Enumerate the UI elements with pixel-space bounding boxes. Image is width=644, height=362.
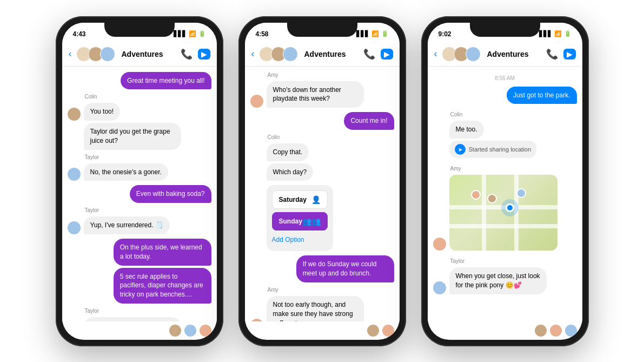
sender-label: Taylor bbox=[85, 207, 211, 213]
bubble: Taylor did you get the grape juice out? bbox=[84, 123, 182, 150]
msg-row: No, the onesie's a goner. bbox=[68, 163, 211, 181]
poll-votes-icons: 👥👥 bbox=[302, 217, 321, 226]
status-icons-2: ▋▋▋📶🔋 bbox=[356, 30, 389, 37]
msg-row: ➤ Started sharing location bbox=[433, 141, 577, 158]
bubble: Great time meeting you all! bbox=[121, 72, 211, 90]
msg-avatar bbox=[68, 221, 81, 234]
bottom-avatar bbox=[382, 325, 394, 337]
add-option-button[interactable]: Add Option bbox=[272, 234, 328, 246]
bubble: On the plus side, we learned a lot today… bbox=[114, 239, 211, 266]
header-3: ‹ Adventures 📞 ▶ bbox=[428, 43, 582, 67]
msg-row: Yup, I've surrendered. 🗒️ bbox=[68, 216, 211, 234]
group-title-1: Adventures bbox=[122, 50, 176, 58]
map-background bbox=[449, 175, 557, 251]
bubble: Not too early though, and make sure they… bbox=[267, 296, 364, 321]
bottom-avatar bbox=[535, 325, 547, 337]
map-avatar-1 bbox=[471, 190, 481, 200]
video-icon-3[interactable]: ▶ bbox=[563, 49, 576, 60]
status-bar-2: 4:58 ▋▋▋📶🔋 bbox=[245, 23, 400, 43]
avatar-3 bbox=[466, 47, 481, 62]
video-icon-1[interactable]: ▶ bbox=[198, 49, 210, 60]
header-2: ‹ Adventures 📞 ▶ bbox=[245, 43, 400, 67]
phone-3: 9:02 ▋▋▋📶🔋 ‹ Adventures 📞 ▶ bbox=[421, 16, 589, 346]
header-actions-3: 📞 ▶ bbox=[546, 48, 576, 60]
bubble: You too! bbox=[84, 103, 121, 121]
msg-row: Me too. bbox=[433, 121, 577, 139]
avatar-3 bbox=[100, 47, 115, 62]
bubble: 5 sec rule applies to pacifiers, diaper … bbox=[114, 268, 211, 304]
sender-label: Colin bbox=[450, 111, 577, 117]
sender-label: Amy bbox=[450, 166, 577, 172]
phone-2: 4:58 ▋▋▋📶🔋 ‹ Adventures 📞 ▶ bbox=[238, 16, 406, 346]
msg-avatar bbox=[68, 168, 81, 181]
msg-row: 5 sec rule applies to pacifiers, diaper … bbox=[68, 268, 211, 304]
header-actions-1: 📞 ▶ bbox=[181, 48, 210, 60]
poll-votes-icon: 👤 bbox=[311, 195, 321, 204]
avatar-3 bbox=[283, 47, 298, 62]
msg-row: On the plus side, we learned a lot today… bbox=[68, 239, 211, 266]
bubble: Which day? bbox=[267, 163, 314, 181]
status-icons-1: ▋▋▋📶🔋 bbox=[174, 30, 206, 37]
msg-row: You too! bbox=[68, 103, 211, 121]
status-bar-3: 9:02 ▋▋▋📶🔋 bbox=[428, 23, 582, 43]
msg-row: If we do Sunday we could meet up and do … bbox=[250, 255, 394, 282]
bottom-bar-3 bbox=[428, 321, 582, 340]
bottom-avatar bbox=[367, 325, 379, 337]
phone-icon-3[interactable]: 📞 bbox=[546, 48, 558, 60]
time-3: 9:02 bbox=[439, 30, 452, 38]
location-share-label: Started sharing location bbox=[469, 146, 532, 153]
status-icons-3: ▋▋▋📶🔋 bbox=[539, 30, 572, 37]
msg-row: Copy that. bbox=[250, 143, 394, 161]
back-button-2[interactable]: ‹ bbox=[251, 48, 255, 60]
group-avatars-1 bbox=[76, 47, 115, 62]
phone-icon-1[interactable]: 📞 bbox=[181, 48, 192, 60]
group-title-3: Adventures bbox=[487, 50, 542, 58]
msg-row: Great time meeting you all! bbox=[68, 72, 211, 90]
msg-row: Count me in! bbox=[250, 112, 394, 130]
sender-label: Amy bbox=[268, 72, 394, 78]
bottom-avatar bbox=[200, 325, 211, 337]
bubble: When you get close, just look for the pi… bbox=[449, 267, 547, 294]
scene: 4:43 ▋▋▋📶🔋 ‹ Adventures 📞 ▶ bbox=[45, 5, 600, 357]
sender-label: Colin bbox=[85, 94, 211, 100]
status-bar-1: 4:43 ▋▋▋📶🔋 bbox=[62, 23, 217, 43]
msg-row: Even with baking soda? bbox=[68, 185, 211, 203]
time-1: 4:43 bbox=[73, 30, 86, 38]
poll-option-label: Sunday bbox=[279, 218, 302, 225]
msg-avatar bbox=[433, 238, 446, 251]
sender-label: Taylor bbox=[85, 154, 211, 160]
map-card[interactable] bbox=[449, 175, 557, 251]
phone-icon-2[interactable]: 📞 bbox=[363, 48, 375, 60]
msg-avatar bbox=[433, 281, 446, 294]
group-avatars-2 bbox=[259, 47, 298, 62]
bottom-avatar bbox=[550, 325, 562, 337]
poll-option-saturday[interactable]: Saturday 👤 bbox=[272, 190, 328, 209]
back-button-1[interactable]: ‹ bbox=[69, 48, 72, 60]
map-avatar-2 bbox=[487, 194, 497, 203]
bottom-avatar bbox=[169, 325, 181, 337]
bubble: No, the onesie's a goner. bbox=[84, 163, 168, 181]
group-title-2: Adventures bbox=[304, 50, 359, 58]
msg-row: Which day? bbox=[250, 163, 394, 181]
back-button-3[interactable]: ‹ bbox=[434, 48, 437, 60]
bubble: Even with baking soda? bbox=[130, 185, 211, 203]
bubble: Yup, I've surrendered. 🗒️ bbox=[84, 216, 170, 234]
phone-1: 4:43 ▋▋▋📶🔋 ‹ Adventures 📞 ▶ bbox=[56, 16, 223, 346]
msg-row: Just got to the park. bbox=[433, 87, 577, 104]
bubble: If we do Sunday we could meet up and do … bbox=[296, 255, 394, 282]
poll-option-sunday[interactable]: Sunday 👥👥 bbox=[272, 212, 328, 231]
msg-avatar bbox=[250, 95, 263, 108]
video-icon-2[interactable]: ▶ bbox=[381, 49, 393, 60]
group-avatars-3 bbox=[442, 47, 481, 62]
bottom-bar-2 bbox=[245, 321, 400, 340]
timestamp: 8:56 AM bbox=[433, 75, 577, 81]
sender-label: Colin bbox=[268, 134, 394, 140]
bubble: Who's down for another playdate this wee… bbox=[267, 81, 364, 108]
header-1: ‹ Adventures 📞 ▶ bbox=[62, 43, 217, 67]
header-actions-2: 📞 ▶ bbox=[363, 48, 393, 60]
bubble: And "no biting," is a common phrase amon… bbox=[84, 317, 182, 321]
location-icon: ➤ bbox=[455, 144, 466, 155]
bubble: Copy that. bbox=[267, 143, 309, 161]
msg-row: When you get close, just look for the pi… bbox=[433, 267, 577, 294]
map-center-dot bbox=[506, 203, 514, 212]
